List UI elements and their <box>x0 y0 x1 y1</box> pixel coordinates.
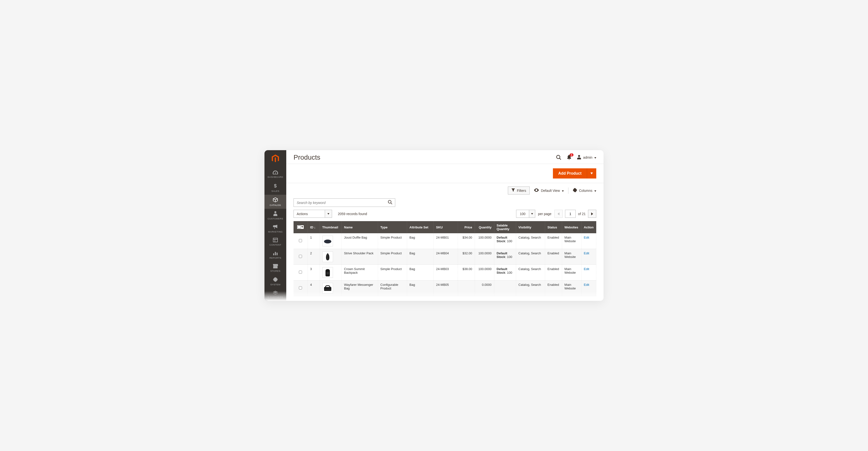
next-page-button[interactable] <box>588 210 596 218</box>
row-checkbox[interactable] <box>299 286 302 290</box>
sidebar-item-label: CATALOG <box>270 204 281 206</box>
sidebar-item-reports[interactable]: REPORTS <box>265 248 286 262</box>
sidebar-item-customers[interactable]: CUSTOMERS <box>265 209 286 222</box>
svg-line-4 <box>391 203 392 204</box>
add-product-button[interactable]: Add Product <box>553 168 596 179</box>
user-menu[interactable]: admin <box>577 155 596 160</box>
column-header-quantity[interactable]: Quantity <box>475 221 494 233</box>
cell-sku: 24-MB04 <box>434 249 458 265</box>
edit-link[interactable]: Edit <box>584 251 589 255</box>
table-row[interactable]: 4 Wayfarer Messenger Bag Configurable Pr… <box>293 280 596 296</box>
sidebar-item-label: SALES <box>272 190 279 192</box>
search-icon[interactable] <box>388 200 393 206</box>
partners-icon <box>273 291 278 295</box>
cell-name: Wayfarer Messenger Bag <box>341 280 378 296</box>
column-header-salable-quantity[interactable]: Salable Quantity <box>494 221 516 233</box>
edit-link[interactable]: Edit <box>584 267 589 271</box>
cell-attribute-set: Bag <box>407 233 434 249</box>
cell-price <box>458 280 475 296</box>
chevron-down-icon <box>594 155 596 159</box>
table-row[interactable]: 1 Joust Duffle Bag Simple Product Bag 24… <box>293 233 596 249</box>
prev-page-button[interactable] <box>554 210 563 218</box>
cell-thumbnail <box>320 265 341 280</box>
cell-action: Edit <box>581 233 596 249</box>
column-header-id[interactable]: ID↓ <box>308 221 320 233</box>
add-product-label: Add Product <box>553 168 587 179</box>
sidebar-item-stores[interactable]: STORES <box>265 262 286 275</box>
chevron-down-icon[interactable] <box>529 210 535 217</box>
cell-visibility: Catalog, Search <box>516 265 545 280</box>
sidebar-item-label: CONTENT <box>270 243 281 246</box>
product-thumbnail-icon <box>322 267 333 278</box>
sidebar-item-dashboard[interactable]: DASHBOARD <box>265 168 286 181</box>
svg-rect-8 <box>324 289 331 290</box>
row-checkbox[interactable] <box>299 255 302 258</box>
layout-icon <box>273 238 278 242</box>
table-row[interactable]: 2 Strive Shoulder Pack Simple Product Ba… <box>293 249 596 265</box>
cell-id: 4 <box>308 280 320 296</box>
chevron-down-icon[interactable] <box>325 210 332 217</box>
product-thumbnail-icon <box>322 251 333 262</box>
box-icon <box>273 197 278 203</box>
chevron-down-icon[interactable] <box>301 226 303 228</box>
column-header-status[interactable]: Status <box>545 221 562 233</box>
cell-websites: Main Website <box>562 233 581 249</box>
column-header-sku[interactable]: SKU <box>434 221 458 233</box>
bulk-actions-select[interactable]: Actions <box>293 210 332 218</box>
row-checkbox[interactable] <box>299 239 302 242</box>
column-header-thumbnail[interactable]: Thumbnail <box>320 221 341 233</box>
column-header-visibility[interactable]: Visibility <box>516 221 545 233</box>
sidebar-item-sales[interactable]: $ SALES <box>265 181 286 195</box>
cell-salable-quantity <box>494 280 516 296</box>
search-input[interactable] <box>297 201 388 205</box>
search-box[interactable] <box>293 199 395 207</box>
divider <box>568 187 568 194</box>
records-found: 2059 records found <box>338 212 367 216</box>
notifications-bell-icon[interactable]: 1 <box>567 155 571 160</box>
select-all-checkbox[interactable] <box>298 226 301 229</box>
products-table: ID↓ Thumbnail Name Type Attribute Set SK… <box>293 221 596 296</box>
cell-thumbnail <box>320 233 341 249</box>
edit-link[interactable]: Edit <box>584 236 589 239</box>
column-header-select[interactable] <box>293 221 308 233</box>
page-size-select[interactable]: 100 <box>516 210 535 218</box>
cell-sku: 24-MB01 <box>434 233 458 249</box>
sidebar-item-marketing[interactable]: MARKETING <box>265 222 286 235</box>
cell-quantity: 100.0000 <box>475 233 494 249</box>
current-page-input[interactable] <box>565 210 576 218</box>
row-checkbox[interactable] <box>299 271 302 274</box>
cell-visibility: Catalog, Search <box>516 249 545 265</box>
svg-point-3 <box>388 200 391 203</box>
cell-name: Strive Shoulder Pack <box>341 249 378 265</box>
edit-link[interactable]: Edit <box>584 283 589 287</box>
column-header-action[interactable]: Action <box>581 221 596 233</box>
table-row[interactable]: 3 Crown Summit Backpack Simple Product B… <box>293 265 596 280</box>
search-icon[interactable] <box>556 155 561 160</box>
cell-type: Simple Product <box>378 249 407 265</box>
cell-quantity: 100.0000 <box>475 249 494 265</box>
chevron-down-icon <box>594 189 596 192</box>
cell-thumbnail <box>320 249 341 265</box>
columns-toggle[interactable]: Columns <box>573 188 596 193</box>
sidebar-item-system[interactable]: SYSTEM <box>265 275 286 288</box>
column-header-type[interactable]: Type <box>378 221 407 233</box>
cell-salable-quantity: Default Stock: 100 <box>494 249 516 265</box>
filters-button[interactable]: Filters <box>508 186 530 194</box>
add-product-dropdown-toggle[interactable] <box>587 168 596 179</box>
funnel-icon <box>512 188 515 192</box>
column-header-price[interactable]: Price <box>458 221 475 233</box>
svg-rect-6 <box>327 272 329 274</box>
sidebar-item-content[interactable]: CONTENT <box>265 235 286 248</box>
column-header-name[interactable]: Name <box>341 221 378 233</box>
filters-label: Filters <box>517 189 526 192</box>
gauge-icon <box>273 171 278 174</box>
cell-action: Edit <box>581 280 596 296</box>
cell-id: 1 <box>308 233 320 249</box>
default-view-toggle[interactable]: Default View <box>534 188 564 192</box>
sidebar-item-partners[interactable]: D PARTNERS <box>265 288 286 301</box>
cell-quantity: 100.0000 <box>475 265 494 280</box>
sidebar-item-catalog[interactable]: CATALOG <box>265 195 286 209</box>
column-header-attribute-set[interactable]: Attribute Set <box>407 221 434 233</box>
gear-icon <box>573 188 577 193</box>
column-header-websites[interactable]: Websites <box>562 221 581 233</box>
